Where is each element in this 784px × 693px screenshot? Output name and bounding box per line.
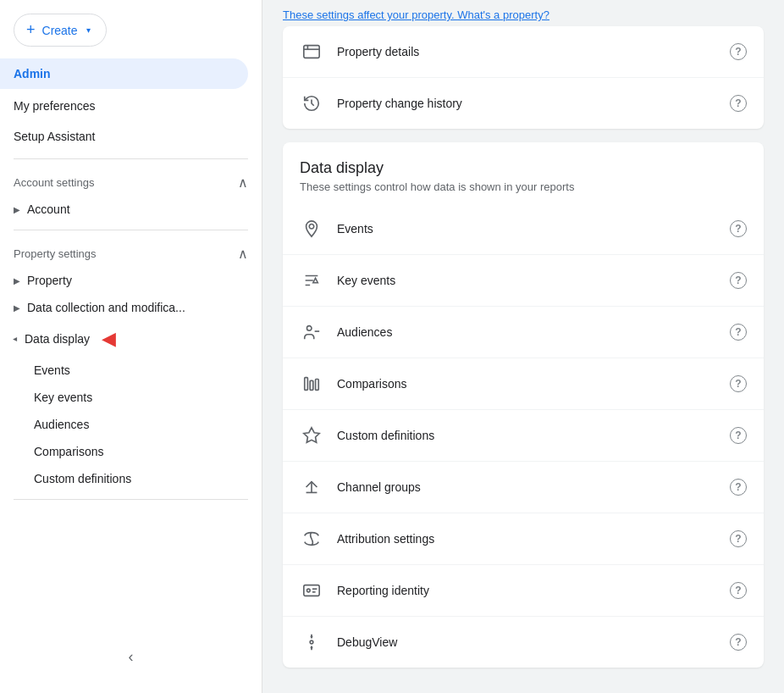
sidebar-item-admin[interactable]: Admin [0,58,248,89]
events-row[interactable]: Events ? [283,203,764,255]
svg-point-21 [311,646,313,649]
sidebar-subitem-events[interactable]: Events [0,357,262,384]
custom-definitions-label: Custom definitions [337,429,434,442]
top-property-link[interactable]: These settings affect your property. Wha… [283,0,764,26]
attribution-settings-icon [300,527,323,551]
sidebar-bottom: ‹ [0,638,262,676]
chevron-down-icon: ▾ [86,25,91,35]
comparisons-help-icon[interactable]: ? [730,375,747,392]
svg-rect-13 [304,585,319,596]
reporting-identity-help-icon[interactable]: ? [730,582,747,599]
channel-groups-row[interactable]: Channel groups ? [283,462,764,513]
audiences-row[interactable]: Audiences ? [283,307,764,358]
svg-point-5 [307,326,312,331]
expand-arrow-collection-icon: ▶ [14,303,20,313]
property-label: Property [27,274,72,287]
comparisons-label: Comparisons [337,377,406,391]
attribution-settings-help-icon[interactable]: ? [730,530,747,547]
data-display-card: Data display These settings control how … [283,142,764,668]
property-settings-label: Property settings [14,247,97,260]
expand-arrow-icon: ▶ [14,205,20,214]
events-icon [300,217,323,241]
channel-groups-label: Channel groups [337,480,421,494]
svg-rect-8 [310,380,313,390]
property-change-history-icon [300,91,323,115]
sidebar-item-setup-assistant[interactable]: Setup Assistant [0,121,262,152]
sidebar-item-property[interactable]: ▶ Property [0,267,262,294]
property-change-history-left: Property change history [300,91,462,115]
key-events-row[interactable]: Key events ? [283,255,764,307]
property-settings-header[interactable]: Property settings ∧ [0,237,262,267]
property-details-label: Property details [337,45,419,58]
property-change-history-help-icon[interactable]: ? [730,95,747,112]
sidebar-subitem-audiences[interactable]: Audiences [0,411,262,438]
events-help-icon[interactable]: ? [730,220,747,237]
key-events-help-icon[interactable]: ? [730,272,747,289]
channel-groups-icon [300,475,323,499]
sidebar-subitem-key-events[interactable]: Key events [0,384,262,411]
sidebar-subitem-custom-definitions[interactable]: Custom definitions [0,465,262,492]
data-display-card-desc: These settings control how data is shown… [300,180,747,193]
key-events-icon [300,269,323,292]
data-display-card-header: Data display These settings control how … [283,142,764,203]
property-change-history-row[interactable]: Property change history ? [283,78,764,129]
key-events-label: Key events [337,274,395,287]
divider-3 [14,499,248,500]
collapse-sidebar-button[interactable]: ‹ [129,648,134,666]
main-content: These settings affect your property. Wha… [262,0,784,693]
red-arrow-annotation: ◀ [102,328,116,350]
data-collection-label: Data collection and modifica... [27,301,185,314]
svg-rect-0 [304,46,319,58]
sidebar-item-my-preferences[interactable]: My preferences [0,91,262,121]
attribution-settings-label: Attribution settings [337,532,434,546]
custom-definitions-help-icon[interactable]: ? [730,427,747,444]
comparisons-icon [300,372,323,396]
attribution-settings-row[interactable]: Attribution settings ? [283,513,764,565]
debugview-row[interactable]: DebugView ? [283,617,764,668]
reporting-identity-row[interactable]: Reporting identity ? [283,565,764,617]
create-label: Create [42,24,78,37]
account-settings-header[interactable]: Account settings ∧ [0,166,262,196]
reporting-identity-label: Reporting identity [337,584,429,597]
audiences-help-icon[interactable]: ? [730,324,747,341]
debugview-icon [300,630,323,654]
chevron-up-icon-2: ∧ [238,246,248,262]
chevron-up-icon: ∧ [238,175,248,191]
audiences-label: Audiences [337,325,392,339]
audiences-icon [300,320,323,344]
property-details-row[interactable]: Property details ? [283,26,764,78]
account-settings-label: Account settings [14,176,94,189]
expand-arrow-property-icon: ▶ [14,276,20,286]
property-card: Property details ? Property change histo… [283,26,764,129]
divider-1 [14,158,248,159]
property-details-icon [300,40,323,64]
sidebar-item-data-display[interactable]: ▾ Data display ◀ [0,321,262,357]
data-display-card-title: Data display [300,159,747,177]
channel-groups-help-icon[interactable]: ? [730,479,747,496]
reporting-identity-icon [300,579,323,602]
events-label: Events [337,222,373,236]
svg-marker-4 [313,278,318,283]
svg-point-3 [309,225,314,230]
divider-2 [14,230,248,230]
expand-arrow-display-icon: ▾ [11,337,20,341]
svg-marker-10 [304,428,319,442]
debugview-help-icon[interactable]: ? [730,634,747,651]
svg-rect-7 [305,378,308,391]
sidebar: + Create ▾ Admin My preferences Setup As… [0,0,262,693]
comparisons-row[interactable]: Comparisons ? [283,358,764,410]
sidebar-subitem-comparisons[interactable]: Comparisons [0,438,262,465]
create-button[interactable]: + Create ▾ [14,14,107,47]
svg-rect-9 [316,380,319,391]
what-is-property-link[interactable]: What's a property? [457,8,549,21]
property-details-help-icon[interactable]: ? [730,43,747,60]
custom-definitions-icon [300,424,323,447]
account-label: Account [27,202,70,216]
svg-point-14 [307,589,311,592]
svg-point-20 [311,635,313,638]
sidebar-item-data-collection[interactable]: ▶ Data collection and modifica... [0,294,262,321]
debugview-label: DebugView [337,635,397,649]
property-details-left: Property details [300,40,419,64]
sidebar-item-account[interactable]: ▶ Account [0,196,262,223]
custom-definitions-row[interactable]: Custom definitions ? [283,410,764,462]
